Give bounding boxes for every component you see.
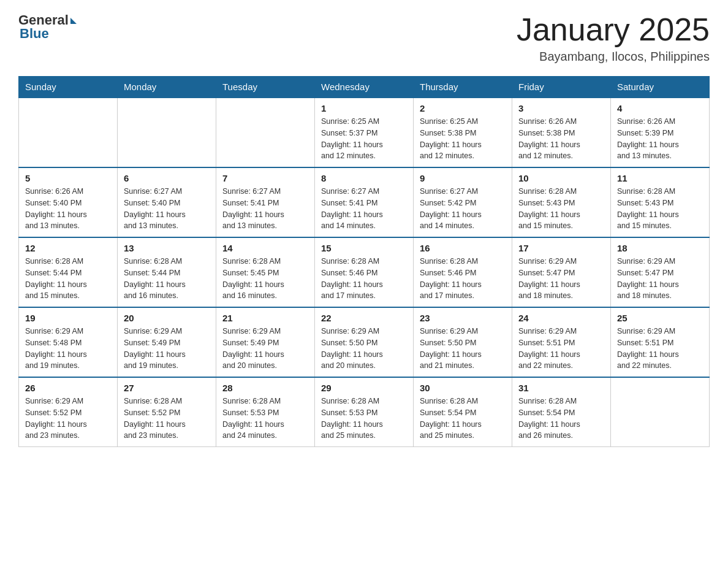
calendar-table: SundayMondayTuesdayWednesdayThursdayFrid… <box>18 76 710 447</box>
logo: General Blue <box>18 12 77 42</box>
day-info: Sunrise: 6:26 AMSunset: 5:38 PMDaylight:… <box>518 116 604 162</box>
day-info: Sunrise: 6:29 AMSunset: 5:47 PMDaylight:… <box>518 256 604 302</box>
page-header: General Blue January 2025 Bayambang, Ilo… <box>18 12 710 64</box>
day-number: 28 <box>222 383 308 393</box>
day-info: Sunrise: 6:28 AMSunset: 5:46 PMDaylight:… <box>420 256 506 302</box>
day-info: Sunrise: 6:29 AMSunset: 5:52 PMDaylight:… <box>25 396 111 442</box>
weekday-header-wednesday: Wednesday <box>315 77 414 98</box>
calendar-day-15: 15Sunrise: 6:28 AMSunset: 5:46 PMDayligh… <box>315 237 414 307</box>
day-number: 15 <box>321 243 407 253</box>
calendar-day-29: 29Sunrise: 6:28 AMSunset: 5:53 PMDayligh… <box>315 377 414 447</box>
day-number: 2 <box>420 103 506 113</box>
calendar-day-31: 31Sunrise: 6:28 AMSunset: 5:54 PMDayligh… <box>512 377 611 447</box>
calendar-week-row: 19Sunrise: 6:29 AMSunset: 5:48 PMDayligh… <box>19 307 710 377</box>
day-number: 17 <box>518 243 604 253</box>
day-number: 31 <box>518 383 604 393</box>
day-info: Sunrise: 6:26 AMSunset: 5:40 PMDaylight:… <box>25 186 111 232</box>
calendar-day-17: 17Sunrise: 6:29 AMSunset: 5:47 PMDayligh… <box>512 237 611 307</box>
day-info: Sunrise: 6:29 AMSunset: 5:49 PMDaylight:… <box>222 326 308 372</box>
calendar-day-2: 2Sunrise: 6:25 AMSunset: 5:38 PMDaylight… <box>414 98 512 167</box>
day-number: 27 <box>124 383 210 393</box>
weekday-header-thursday: Thursday <box>414 77 512 98</box>
calendar-day-19: 19Sunrise: 6:29 AMSunset: 5:48 PMDayligh… <box>19 307 118 377</box>
location-text: Bayambang, Ilocos, Philippines <box>517 50 710 64</box>
weekday-header-tuesday: Tuesday <box>216 77 315 98</box>
day-info: Sunrise: 6:29 AMSunset: 5:51 PMDaylight:… <box>518 326 604 372</box>
day-info: Sunrise: 6:28 AMSunset: 5:45 PMDaylight:… <box>222 256 308 302</box>
day-number: 20 <box>124 313 210 323</box>
day-info: Sunrise: 6:27 AMSunset: 5:42 PMDaylight:… <box>420 186 506 232</box>
day-info: Sunrise: 6:29 AMSunset: 5:50 PMDaylight:… <box>420 326 506 372</box>
calendar-day-14: 14Sunrise: 6:28 AMSunset: 5:45 PMDayligh… <box>216 237 315 307</box>
day-number: 4 <box>617 103 703 113</box>
calendar-week-row: 5Sunrise: 6:26 AMSunset: 5:40 PMDaylight… <box>19 167 710 237</box>
day-number: 7 <box>222 173 308 183</box>
calendar-day-22: 22Sunrise: 6:29 AMSunset: 5:50 PMDayligh… <box>315 307 414 377</box>
day-info: Sunrise: 6:28 AMSunset: 5:53 PMDaylight:… <box>222 396 308 442</box>
day-number: 22 <box>321 313 407 323</box>
day-info: Sunrise: 6:25 AMSunset: 5:38 PMDaylight:… <box>420 116 506 162</box>
day-info: Sunrise: 6:28 AMSunset: 5:52 PMDaylight:… <box>124 396 210 442</box>
day-info: Sunrise: 6:29 AMSunset: 5:50 PMDaylight:… <box>321 326 407 372</box>
calendar-week-row: 26Sunrise: 6:29 AMSunset: 5:52 PMDayligh… <box>19 377 710 447</box>
calendar-week-row: 1Sunrise: 6:25 AMSunset: 5:37 PMDaylight… <box>19 98 710 167</box>
day-info: Sunrise: 6:28 AMSunset: 5:44 PMDaylight:… <box>25 256 111 302</box>
logo-arrow-icon <box>70 18 77 24</box>
day-number: 5 <box>25 173 111 183</box>
title-section: January 2025 Bayambang, Ilocos, Philippi… <box>517 12 710 64</box>
day-info: Sunrise: 6:29 AMSunset: 5:48 PMDaylight:… <box>25 326 111 372</box>
calendar-empty-cell <box>19 98 118 167</box>
calendar-week-row: 12Sunrise: 6:28 AMSunset: 5:44 PMDayligh… <box>19 237 710 307</box>
day-info: Sunrise: 6:27 AMSunset: 5:41 PMDaylight:… <box>321 186 407 232</box>
day-info: Sunrise: 6:29 AMSunset: 5:47 PMDaylight:… <box>617 256 703 302</box>
month-title: January 2025 <box>517 12 710 47</box>
day-info: Sunrise: 6:29 AMSunset: 5:49 PMDaylight:… <box>124 326 210 372</box>
calendar-empty-cell <box>216 98 315 167</box>
day-info: Sunrise: 6:25 AMSunset: 5:37 PMDaylight:… <box>321 116 407 162</box>
day-number: 25 <box>617 313 703 323</box>
calendar-day-24: 24Sunrise: 6:29 AMSunset: 5:51 PMDayligh… <box>512 307 611 377</box>
day-number: 14 <box>222 243 308 253</box>
day-number: 1 <box>321 103 407 113</box>
weekday-header-sunday: Sunday <box>19 77 118 98</box>
calendar-day-4: 4Sunrise: 6:26 AMSunset: 5:39 PMDaylight… <box>611 98 710 167</box>
day-number: 19 <box>25 313 111 323</box>
day-info: Sunrise: 6:27 AMSunset: 5:41 PMDaylight:… <box>222 186 308 232</box>
day-number: 12 <box>25 243 111 253</box>
day-number: 21 <box>222 313 308 323</box>
day-number: 6 <box>124 173 210 183</box>
day-number: 9 <box>420 173 506 183</box>
calendar-day-1: 1Sunrise: 6:25 AMSunset: 5:37 PMDaylight… <box>315 98 414 167</box>
day-info: Sunrise: 6:27 AMSunset: 5:40 PMDaylight:… <box>124 186 210 232</box>
day-info: Sunrise: 6:26 AMSunset: 5:39 PMDaylight:… <box>617 116 703 162</box>
calendar-header-row: SundayMondayTuesdayWednesdayThursdayFrid… <box>19 77 710 98</box>
day-info: Sunrise: 6:29 AMSunset: 5:51 PMDaylight:… <box>617 326 703 372</box>
calendar-day-10: 10Sunrise: 6:28 AMSunset: 5:43 PMDayligh… <box>512 167 611 237</box>
day-info: Sunrise: 6:28 AMSunset: 5:54 PMDaylight:… <box>518 396 604 442</box>
weekday-header-saturday: Saturday <box>611 77 710 98</box>
day-number: 13 <box>124 243 210 253</box>
calendar-day-7: 7Sunrise: 6:27 AMSunset: 5:41 PMDaylight… <box>216 167 315 237</box>
calendar-day-26: 26Sunrise: 6:29 AMSunset: 5:52 PMDayligh… <box>19 377 118 447</box>
calendar-day-13: 13Sunrise: 6:28 AMSunset: 5:44 PMDayligh… <box>118 237 216 307</box>
weekday-header-friday: Friday <box>512 77 611 98</box>
day-info: Sunrise: 6:28 AMSunset: 5:43 PMDaylight:… <box>617 186 703 232</box>
calendar-day-21: 21Sunrise: 6:29 AMSunset: 5:49 PMDayligh… <box>216 307 315 377</box>
calendar-day-16: 16Sunrise: 6:28 AMSunset: 5:46 PMDayligh… <box>414 237 512 307</box>
calendar-day-11: 11Sunrise: 6:28 AMSunset: 5:43 PMDayligh… <box>611 167 710 237</box>
day-number: 30 <box>420 383 506 393</box>
calendar-day-30: 30Sunrise: 6:28 AMSunset: 5:54 PMDayligh… <box>414 377 512 447</box>
day-number: 26 <box>25 383 111 393</box>
calendar-day-5: 5Sunrise: 6:26 AMSunset: 5:40 PMDaylight… <box>19 167 118 237</box>
calendar-day-25: 25Sunrise: 6:29 AMSunset: 5:51 PMDayligh… <box>611 307 710 377</box>
calendar-day-28: 28Sunrise: 6:28 AMSunset: 5:53 PMDayligh… <box>216 377 315 447</box>
day-info: Sunrise: 6:28 AMSunset: 5:44 PMDaylight:… <box>124 256 210 302</box>
calendar-day-23: 23Sunrise: 6:29 AMSunset: 5:50 PMDayligh… <box>414 307 512 377</box>
day-number: 3 <box>518 103 604 113</box>
day-number: 16 <box>420 243 506 253</box>
day-number: 11 <box>617 173 703 183</box>
calendar-empty-cell <box>118 98 216 167</box>
calendar-day-8: 8Sunrise: 6:27 AMSunset: 5:41 PMDaylight… <box>315 167 414 237</box>
day-number: 29 <box>321 383 407 393</box>
day-info: Sunrise: 6:28 AMSunset: 5:53 PMDaylight:… <box>321 396 407 442</box>
